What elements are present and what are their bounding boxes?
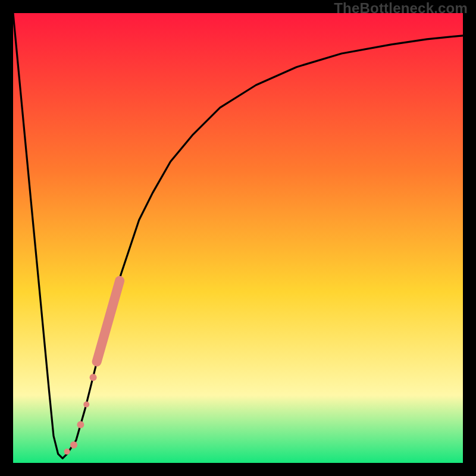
plot-area: [13, 13, 463, 463]
data-marker: [77, 421, 84, 428]
data-marker: [64, 449, 70, 455]
watermark-text: TheBottleneck.com: [334, 0, 468, 17]
data-marker: [70, 441, 77, 449]
chart-svg: [13, 13, 463, 463]
data-marker: [90, 374, 97, 381]
chart-frame: TheBottleneck.com: [0, 0, 476, 476]
gradient-background: [13, 13, 463, 463]
data-marker: [83, 402, 89, 408]
